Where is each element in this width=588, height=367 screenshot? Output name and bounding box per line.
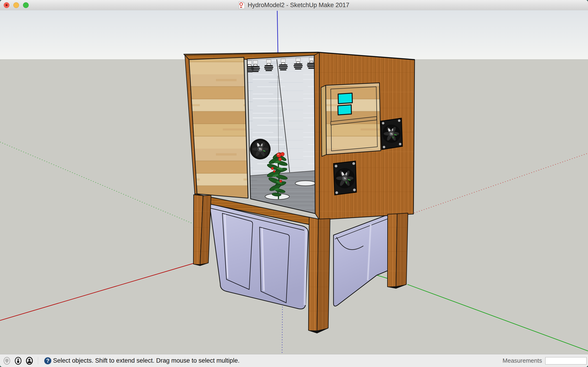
net-pot-hole-empty[interactable] — [295, 181, 316, 186]
exhaust-fan-lower[interactable]: Tt — [334, 161, 356, 195]
exhaust-fan-upper[interactable]: Tt — [381, 118, 402, 150]
close-button[interactable] — [4, 2, 9, 8]
svg-text:Tt: Tt — [344, 177, 346, 180]
geolocation-icon[interactable] — [3, 357, 11, 365]
tool-hint-message: Select objects. Shift to extend select. … — [53, 357, 240, 364]
display-screen-lower[interactable] — [338, 105, 351, 115]
sketchup-document-icon — [239, 2, 245, 9]
measurements-input[interactable] — [545, 357, 587, 365]
sign-in-icon[interactable] — [25, 357, 34, 365]
display-screen-upper[interactable] — [338, 93, 352, 104]
window-title: HydroModel2 - SketchUp Make 2017 — [248, 2, 349, 9]
bin-corner-highlight — [305, 229, 306, 305]
traffic-lights — [4, 2, 29, 8]
help-glyph: ? — [46, 358, 49, 364]
app-window: HydroModel2 - SketchUp Make 2017 — [0, 0, 588, 367]
leg-back-left — [193, 195, 211, 266]
help-icon[interactable]: ? — [43, 357, 52, 365]
svg-text:Tt: Tt — [259, 148, 261, 151]
credits-icon[interactable] — [14, 357, 22, 365]
title-bar: HydroModel2 - SketchUp Make 2017 — [0, 0, 588, 10]
status-bar: ? Select objects. Shift to extend select… — [0, 354, 588, 367]
leg-front-center — [309, 217, 330, 333]
interior-fan[interactable]: Tt — [250, 139, 271, 159]
control-panel[interactable] — [321, 83, 381, 156]
leg-back-right — [388, 213, 408, 288]
svg-text:Tt: Tt — [390, 133, 393, 135]
zoom-button[interactable] — [23, 2, 29, 8]
measurements-label: Measurements — [502, 357, 542, 364]
cabinet-interior[interactable]: Tt — [245, 55, 316, 214]
viewport-canvas[interactable]: Tt — [0, 10, 588, 354]
statusbar-divider — [38, 357, 38, 365]
minimize-button[interactable] — [13, 2, 19, 8]
door-panel[interactable] — [189, 57, 248, 198]
